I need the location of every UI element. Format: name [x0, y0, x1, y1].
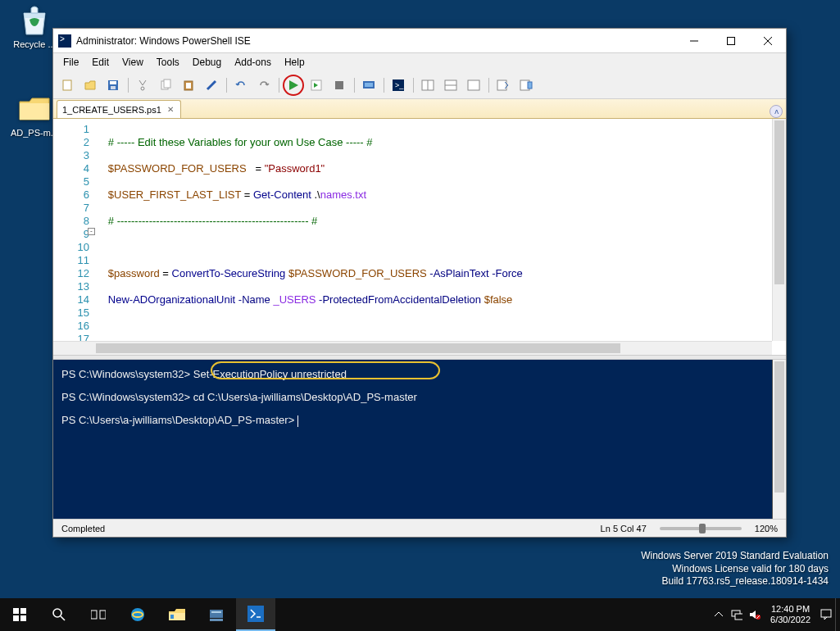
explorer-taskbar-icon[interactable] — [157, 598, 197, 631]
separator — [276, 75, 281, 96]
svg-rect-27 — [20, 608, 26, 614]
svg-line-31 — [61, 616, 65, 620]
console-vertical-scrollbar[interactable] — [772, 360, 786, 519]
layout-top-button[interactable] — [440, 75, 461, 96]
menu-edit[interactable]: Edit — [85, 55, 116, 70]
svg-rect-36 — [170, 615, 174, 619]
svg-rect-39 — [210, 619, 223, 621]
titlebar[interactable]: Administrator: Windows PowerShell ISE — [53, 29, 786, 53]
menu-addons[interactable]: Add-ons — [228, 55, 278, 70]
server-manager-taskbar-icon[interactable] — [197, 598, 236, 631]
console-pane[interactable]: PS C:\Windows\system32> Set-ExecutionPol… — [53, 360, 786, 519]
show-command-button[interactable] — [493, 75, 514, 96]
menu-view[interactable]: View — [116, 55, 150, 70]
volume-icon[interactable] — [746, 598, 764, 631]
menu-tools[interactable]: Tools — [150, 55, 186, 70]
svg-rect-22 — [468, 80, 479, 90]
separator — [224, 75, 229, 96]
clock[interactable]: 12:40 PM 6/30/2022 — [764, 604, 817, 625]
tray-chevron-icon[interactable] — [710, 598, 728, 631]
collapse-script-button[interactable]: ʌ — [770, 105, 783, 118]
copy-button[interactable] — [155, 75, 176, 96]
minimize-button[interactable] — [675, 29, 712, 53]
svg-rect-42 — [735, 614, 742, 620]
search-button[interactable] — [39, 598, 79, 631]
separator — [486, 75, 491, 96]
save-button[interactable] — [102, 75, 124, 96]
svg-rect-45 — [821, 610, 831, 617]
powershell-ise-taskbar-icon[interactable] — [236, 598, 275, 631]
svg-rect-29 — [20, 615, 26, 621]
clock-date: 6/30/2022 — [770, 615, 810, 625]
code-area[interactable]: # ----- Edit these Variables for your ow… — [96, 119, 786, 355]
start-button[interactable] — [0, 598, 39, 631]
svg-rect-13 — [335, 81, 343, 89]
tabstrip: 1_CREATE_USERS.ps1 ✕ ʌ — [53, 99, 786, 119]
open-button[interactable] — [79, 75, 101, 96]
undo-button[interactable] — [230, 75, 252, 96]
clear-button[interactable] — [201, 75, 222, 96]
menu-file[interactable]: File — [57, 55, 85, 70]
ie-taskbar-icon[interactable] — [118, 598, 157, 631]
powershell-tab-button[interactable]: >_ — [388, 75, 409, 96]
svg-point-30 — [53, 609, 61, 617]
script-tab[interactable]: 1_CREATE_USERS.ps1 ✕ — [57, 100, 181, 118]
clock-time: 12:40 PM — [770, 604, 810, 615]
statusbar: Completed Ln 5 Col 47 120% — [53, 519, 786, 537]
svg-rect-28 — [13, 615, 19, 621]
run-selection-button[interactable] — [306, 75, 327, 96]
svg-text:>_: >_ — [395, 81, 404, 89]
separator — [381, 75, 386, 96]
separator — [352, 75, 356, 96]
zoom-slider[interactable] — [660, 527, 742, 530]
svg-rect-7 — [111, 86, 116, 89]
editor-horizontal-scrollbar[interactable] — [53, 341, 772, 355]
svg-rect-4 — [63, 80, 71, 90]
svg-rect-33 — [100, 611, 106, 619]
layout-max-button[interactable] — [463, 75, 484, 96]
redo-button[interactable] — [253, 75, 275, 96]
taskbar: 12:40 PM 6/30/2022 — [0, 598, 840, 631]
cut-button[interactable] — [132, 75, 153, 96]
menu-debug[interactable]: Debug — [186, 55, 228, 70]
cursor-position: Ln 5 Col 47 — [601, 524, 647, 533]
stop-button[interactable] — [329, 75, 350, 96]
remote-button[interactable] — [358, 75, 379, 96]
svg-rect-25 — [528, 82, 532, 89]
svg-rect-11 — [186, 83, 191, 89]
new-button[interactable] — [57, 75, 78, 96]
notifications-icon[interactable] — [817, 598, 835, 631]
line-number-gutter: 123456789101112131415161718 — [53, 119, 96, 355]
evaluation-watermark: Windows Server 2019 Standard Evaluation … — [641, 550, 829, 588]
system-tray: 12:40 PM 6/30/2022 — [710, 598, 840, 631]
svg-rect-9 — [164, 79, 170, 88]
svg-rect-1 — [727, 37, 734, 44]
menubar: File Edit View Tools Debug Add-ons Help — [53, 53, 786, 71]
separator — [411, 75, 415, 96]
menu-help[interactable]: Help — [278, 55, 311, 70]
powershell-ise-window: Administrator: Windows PowerShell ISE Fi… — [52, 28, 787, 538]
command-annotation — [211, 361, 440, 379]
task-view-button[interactable] — [79, 598, 118, 631]
tab-close-icon[interactable]: ✕ — [166, 105, 175, 114]
show-addon-button[interactable] — [515, 75, 537, 96]
editor-vertical-scrollbar[interactable] — [772, 119, 786, 341]
network-icon[interactable] — [728, 598, 746, 631]
layout-side-button[interactable] — [417, 75, 438, 96]
svg-rect-37 — [210, 610, 223, 618]
script-editor[interactable]: 123456789101112131415161718 - # ----- Ed… — [53, 119, 786, 355]
close-button[interactable] — [749, 29, 786, 53]
maximize-button[interactable] — [712, 29, 749, 53]
toolbar: >_ — [53, 71, 786, 99]
svg-rect-38 — [211, 611, 221, 613]
svg-rect-26 — [13, 608, 19, 614]
zoom-level: 120% — [755, 524, 778, 533]
fold-toggle[interactable]: - — [88, 228, 95, 235]
status-text: Completed — [61, 524, 105, 533]
tab-label: 1_CREATE_USERS.ps1 — [62, 105, 161, 115]
show-desktop-button[interactable] — [835, 598, 840, 631]
svg-rect-32 — [91, 611, 97, 619]
separator — [125, 75, 130, 96]
window-title: Administrator: Windows PowerShell ISE — [76, 35, 251, 47]
paste-button[interactable] — [178, 75, 199, 96]
